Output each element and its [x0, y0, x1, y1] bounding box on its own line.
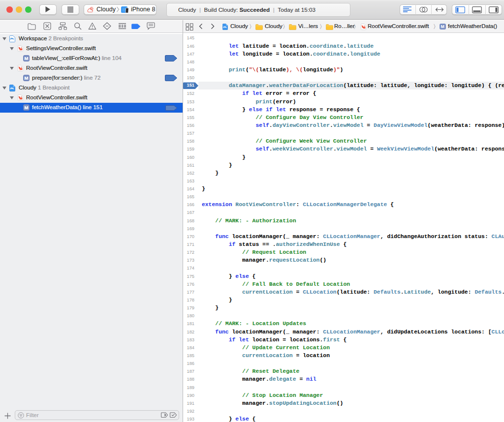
svg-text:SWIFT: SWIFT [19, 50, 22, 51]
svg-text:SWIFT: SWIFT [19, 99, 22, 100]
svg-text:SWIFT: SWIFT [19, 70, 22, 70]
